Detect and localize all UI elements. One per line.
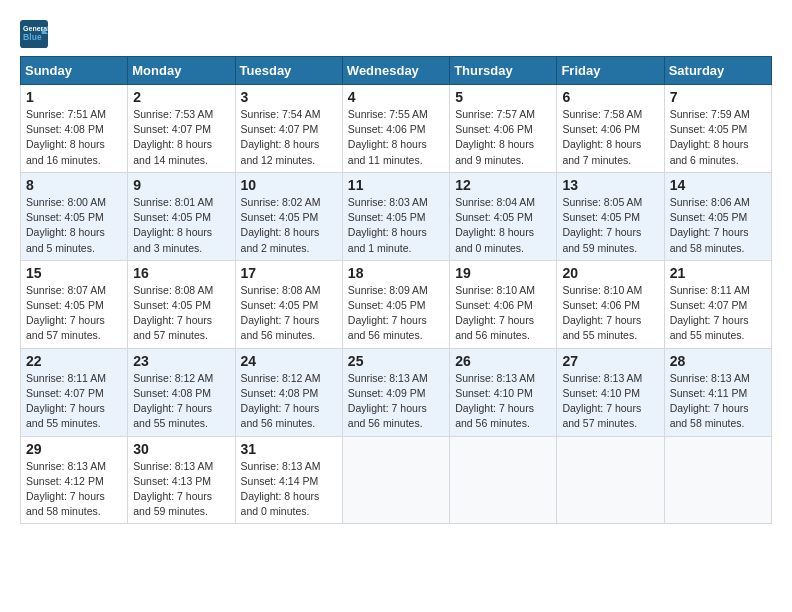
day-info: Sunrise: 8:04 AMSunset: 4:05 PMDaylight:…: [455, 195, 551, 256]
calendar-cell-4-2: 23Sunrise: 8:12 AMSunset: 4:08 PMDayligh…: [128, 348, 235, 436]
day-info: Sunrise: 8:13 AMSunset: 4:11 PMDaylight:…: [670, 371, 766, 432]
calendar-cell-2-1: 8Sunrise: 8:00 AMSunset: 4:05 PMDaylight…: [21, 172, 128, 260]
calendar-cell-5-4: [342, 436, 449, 524]
day-number: 13: [562, 177, 658, 193]
calendar-cell-2-7: 14Sunrise: 8:06 AMSunset: 4:05 PMDayligh…: [664, 172, 771, 260]
day-info: Sunrise: 8:03 AMSunset: 4:05 PMDaylight:…: [348, 195, 444, 256]
calendar-cell-1-5: 5Sunrise: 7:57 AMSunset: 4:06 PMDaylight…: [450, 85, 557, 173]
day-number: 31: [241, 441, 337, 457]
calendar-cell-3-5: 19Sunrise: 8:10 AMSunset: 4:06 PMDayligh…: [450, 260, 557, 348]
day-info: Sunrise: 8:10 AMSunset: 4:06 PMDaylight:…: [455, 283, 551, 344]
calendar-cell-4-7: 28Sunrise: 8:13 AMSunset: 4:11 PMDayligh…: [664, 348, 771, 436]
day-number: 20: [562, 265, 658, 281]
day-number: 8: [26, 177, 122, 193]
day-info: Sunrise: 8:09 AMSunset: 4:05 PMDaylight:…: [348, 283, 444, 344]
calendar-cell-3-7: 21Sunrise: 8:11 AMSunset: 4:07 PMDayligh…: [664, 260, 771, 348]
day-info: Sunrise: 8:13 AMSunset: 4:10 PMDaylight:…: [562, 371, 658, 432]
calendar-cell-4-1: 22Sunrise: 8:11 AMSunset: 4:07 PMDayligh…: [21, 348, 128, 436]
day-number: 25: [348, 353, 444, 369]
calendar-cell-5-3: 31Sunrise: 8:13 AMSunset: 4:14 PMDayligh…: [235, 436, 342, 524]
week-row-4: 22Sunrise: 8:11 AMSunset: 4:07 PMDayligh…: [21, 348, 772, 436]
day-info: Sunrise: 8:10 AMSunset: 4:06 PMDaylight:…: [562, 283, 658, 344]
day-number: 21: [670, 265, 766, 281]
day-number: 24: [241, 353, 337, 369]
header-row: Sunday Monday Tuesday Wednesday Thursday…: [21, 57, 772, 85]
day-info: Sunrise: 7:53 AMSunset: 4:07 PMDaylight:…: [133, 107, 229, 168]
calendar-cell-1-4: 4Sunrise: 7:55 AMSunset: 4:06 PMDaylight…: [342, 85, 449, 173]
day-number: 18: [348, 265, 444, 281]
calendar-cell-2-5: 12Sunrise: 8:04 AMSunset: 4:05 PMDayligh…: [450, 172, 557, 260]
day-info: Sunrise: 8:05 AMSunset: 4:05 PMDaylight:…: [562, 195, 658, 256]
day-number: 30: [133, 441, 229, 457]
day-info: Sunrise: 8:13 AMSunset: 4:14 PMDaylight:…: [241, 459, 337, 520]
day-info: Sunrise: 8:08 AMSunset: 4:05 PMDaylight:…: [133, 283, 229, 344]
col-wednesday: Wednesday: [342, 57, 449, 85]
day-info: Sunrise: 8:13 AMSunset: 4:12 PMDaylight:…: [26, 459, 122, 520]
day-number: 15: [26, 265, 122, 281]
day-info: Sunrise: 7:59 AMSunset: 4:05 PMDaylight:…: [670, 107, 766, 168]
day-number: 1: [26, 89, 122, 105]
calendar-cell-5-7: [664, 436, 771, 524]
page-container: General Blue Sunday Monday Tuesd: [20, 20, 772, 524]
day-number: 14: [670, 177, 766, 193]
day-info: Sunrise: 8:12 AMSunset: 4:08 PMDaylight:…: [241, 371, 337, 432]
day-number: 22: [26, 353, 122, 369]
day-info: Sunrise: 8:13 AMSunset: 4:09 PMDaylight:…: [348, 371, 444, 432]
calendar-cell-5-1: 29Sunrise: 8:13 AMSunset: 4:12 PMDayligh…: [21, 436, 128, 524]
header: General Blue: [20, 20, 772, 48]
calendar-cell-4-5: 26Sunrise: 8:13 AMSunset: 4:10 PMDayligh…: [450, 348, 557, 436]
day-number: 7: [670, 89, 766, 105]
day-number: 26: [455, 353, 551, 369]
calendar-table: Sunday Monday Tuesday Wednesday Thursday…: [20, 56, 772, 524]
day-info: Sunrise: 8:06 AMSunset: 4:05 PMDaylight:…: [670, 195, 766, 256]
week-row-5: 29Sunrise: 8:13 AMSunset: 4:12 PMDayligh…: [21, 436, 772, 524]
day-info: Sunrise: 7:58 AMSunset: 4:06 PMDaylight:…: [562, 107, 658, 168]
calendar-cell-1-3: 3Sunrise: 7:54 AMSunset: 4:07 PMDaylight…: [235, 85, 342, 173]
day-number: 28: [670, 353, 766, 369]
logo-icon: General Blue: [20, 20, 48, 48]
calendar-cell-5-5: [450, 436, 557, 524]
day-number: 19: [455, 265, 551, 281]
calendar-cell-4-4: 25Sunrise: 8:13 AMSunset: 4:09 PMDayligh…: [342, 348, 449, 436]
calendar-cell-3-2: 16Sunrise: 8:08 AMSunset: 4:05 PMDayligh…: [128, 260, 235, 348]
col-thursday: Thursday: [450, 57, 557, 85]
calendar-cell-2-3: 10Sunrise: 8:02 AMSunset: 4:05 PMDayligh…: [235, 172, 342, 260]
calendar-cell-3-4: 18Sunrise: 8:09 AMSunset: 4:05 PMDayligh…: [342, 260, 449, 348]
day-info: Sunrise: 8:00 AMSunset: 4:05 PMDaylight:…: [26, 195, 122, 256]
calendar-cell-3-3: 17Sunrise: 8:08 AMSunset: 4:05 PMDayligh…: [235, 260, 342, 348]
calendar-cell-5-6: [557, 436, 664, 524]
calendar-cell-1-2: 2Sunrise: 7:53 AMSunset: 4:07 PMDaylight…: [128, 85, 235, 173]
col-friday: Friday: [557, 57, 664, 85]
col-sunday: Sunday: [21, 57, 128, 85]
day-number: 11: [348, 177, 444, 193]
day-number: 10: [241, 177, 337, 193]
day-number: 17: [241, 265, 337, 281]
week-row-3: 15Sunrise: 8:07 AMSunset: 4:05 PMDayligh…: [21, 260, 772, 348]
day-info: Sunrise: 8:12 AMSunset: 4:08 PMDaylight:…: [133, 371, 229, 432]
col-saturday: Saturday: [664, 57, 771, 85]
calendar-cell-5-2: 30Sunrise: 8:13 AMSunset: 4:13 PMDayligh…: [128, 436, 235, 524]
col-monday: Monday: [128, 57, 235, 85]
day-info: Sunrise: 7:57 AMSunset: 4:06 PMDaylight:…: [455, 107, 551, 168]
calendar-cell-1-6: 6Sunrise: 7:58 AMSunset: 4:06 PMDaylight…: [557, 85, 664, 173]
day-info: Sunrise: 8:07 AMSunset: 4:05 PMDaylight:…: [26, 283, 122, 344]
day-info: Sunrise: 7:54 AMSunset: 4:07 PMDaylight:…: [241, 107, 337, 168]
svg-text:Blue: Blue: [23, 32, 42, 42]
day-number: 2: [133, 89, 229, 105]
calendar-cell-1-1: 1Sunrise: 7:51 AMSunset: 4:08 PMDaylight…: [21, 85, 128, 173]
day-number: 6: [562, 89, 658, 105]
calendar-cell-2-6: 13Sunrise: 8:05 AMSunset: 4:05 PMDayligh…: [557, 172, 664, 260]
calendar-cell-1-7: 7Sunrise: 7:59 AMSunset: 4:05 PMDaylight…: [664, 85, 771, 173]
day-number: 5: [455, 89, 551, 105]
day-info: Sunrise: 8:02 AMSunset: 4:05 PMDaylight:…: [241, 195, 337, 256]
calendar-cell-4-3: 24Sunrise: 8:12 AMSunset: 4:08 PMDayligh…: [235, 348, 342, 436]
day-number: 9: [133, 177, 229, 193]
week-row-1: 1Sunrise: 7:51 AMSunset: 4:08 PMDaylight…: [21, 85, 772, 173]
col-tuesday: Tuesday: [235, 57, 342, 85]
day-info: Sunrise: 8:13 AMSunset: 4:13 PMDaylight:…: [133, 459, 229, 520]
day-number: 3: [241, 89, 337, 105]
day-number: 12: [455, 177, 551, 193]
day-number: 4: [348, 89, 444, 105]
day-number: 16: [133, 265, 229, 281]
week-row-2: 8Sunrise: 8:00 AMSunset: 4:05 PMDaylight…: [21, 172, 772, 260]
